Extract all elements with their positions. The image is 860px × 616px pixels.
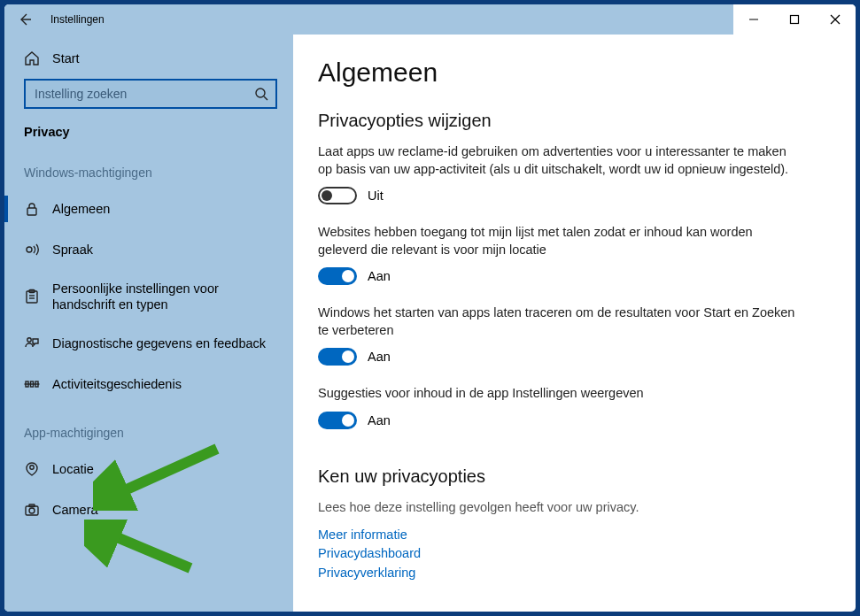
feedback-icon <box>24 335 40 351</box>
link-privacy-dashboard[interactable]: Privacydashboard <box>318 544 817 564</box>
svg-point-20 <box>29 508 35 513</box>
body: Start Privacy Windows-machtigingen Algem… <box>4 35 856 612</box>
search-input[interactable] <box>35 87 254 101</box>
nav-item-label: Diagnostische gegevens en feedback <box>52 336 266 350</box>
group-windows-permissions: Windows-machtigingen <box>4 166 293 189</box>
titlebar: Instellingen <box>4 4 856 35</box>
toggle-suggested-content[interactable] <box>318 412 357 429</box>
option-text: Suggesties voor inhoud in de app Instell… <box>318 385 796 403</box>
privacy-links: Meer informatie Privacydashboard Privacy… <box>318 526 817 583</box>
search-icon <box>254 87 268 101</box>
content-pane[interactable]: Algemeen Privacyopties wijzigen Laat app… <box>293 35 856 612</box>
svg-rect-7 <box>27 208 36 215</box>
nav-item-speech[interactable]: Spraak <box>4 229 293 270</box>
option-text: Windows het starten van apps laten trace… <box>318 304 796 339</box>
link-more-info[interactable]: Meer informatie <box>318 526 817 545</box>
nav-item-diagnostics[interactable]: Diagnostische gegevens en feedback <box>4 323 293 364</box>
toggle-advertising-id[interactable] <box>318 187 357 204</box>
toggle-state-label: Uit <box>368 189 384 203</box>
home-label: Start <box>52 51 80 65</box>
toggle-row-advertising-id: Uit <box>318 187 817 204</box>
clipboard-icon <box>24 289 40 304</box>
nav-item-label: Locatie <box>52 462 94 476</box>
section-heading-privacy-options: Privacyopties wijzigen <box>318 111 817 131</box>
svg-line-23 <box>100 530 190 568</box>
back-button[interactable] <box>4 4 45 35</box>
nav-item-inking[interactable]: Persoonlijke instellingen voor handschri… <box>4 270 293 323</box>
toggle-state-label: Aan <box>368 269 391 283</box>
option-text: Laat apps uw reclame-id gebruiken om adv… <box>318 143 796 178</box>
nav-item-label: Persoonlijke instellingen voor handschri… <box>52 281 274 312</box>
svg-rect-21 <box>29 504 35 507</box>
sidebar: Start Privacy Windows-machtigingen Algem… <box>4 35 293 612</box>
nav-item-activity[interactable]: Activiteitsgeschiedenis <box>4 364 293 404</box>
lock-icon <box>24 201 40 217</box>
svg-point-18 <box>30 466 34 469</box>
nav-item-location[interactable]: Locatie <box>4 449 293 489</box>
nav-item-label: Activiteitsgeschiedenis <box>52 377 182 391</box>
nav-item-label: Camera <box>52 503 98 517</box>
link-privacy-statement[interactable]: Privacyverklaring <box>318 564 817 583</box>
camera-icon <box>24 502 40 518</box>
nav-item-label: Spraak <box>52 243 93 257</box>
nav-item-general[interactable]: Algemeen <box>4 189 293 229</box>
svg-point-5 <box>256 89 265 97</box>
nav-item-label: Algemeen <box>52 202 110 216</box>
page-title: Algemeen <box>318 58 817 88</box>
toggle-row-suggested-content: Aan <box>318 412 817 429</box>
svg-point-8 <box>27 247 32 252</box>
svg-point-13 <box>27 338 31 342</box>
spacer <box>4 404 293 426</box>
sidebar-section-heading: Privacy <box>4 121 293 166</box>
group-app-permissions: App-machtigingen <box>4 426 293 449</box>
svg-line-6 <box>264 96 267 100</box>
home-icon <box>24 50 40 66</box>
speech-icon <box>24 242 40 258</box>
home-row[interactable]: Start <box>4 45 293 79</box>
location-icon <box>24 461 40 477</box>
nav-item-camera[interactable]: Camera <box>4 489 293 530</box>
toggle-state-label: Aan <box>368 350 391 364</box>
toggle-row-languages: Aan <box>318 267 817 285</box>
know-privacy-text: Lees hoe deze instelling gevolgen heeft … <box>318 499 796 517</box>
maximize-button[interactable] <box>774 4 815 35</box>
toggle-app-launches[interactable] <box>318 348 357 366</box>
toggle-languages[interactable] <box>318 267 357 285</box>
window-controls <box>733 4 856 35</box>
settings-window: Instellingen Start <box>0 0 860 616</box>
toggle-row-app-launches: Aan <box>318 348 817 366</box>
section-heading-know-privacy: Ken uw privacyopties <box>318 466 817 487</box>
toggle-state-label: Aan <box>368 413 391 427</box>
svg-rect-2 <box>791 16 799 24</box>
activity-icon <box>24 376 40 392</box>
window-title: Instellingen <box>45 13 105 26</box>
close-button[interactable] <box>815 4 856 35</box>
minimize-button[interactable] <box>733 4 774 35</box>
option-text: Websites hebben toegang tot mijn lijst m… <box>318 224 796 258</box>
search-box[interactable] <box>24 79 277 109</box>
